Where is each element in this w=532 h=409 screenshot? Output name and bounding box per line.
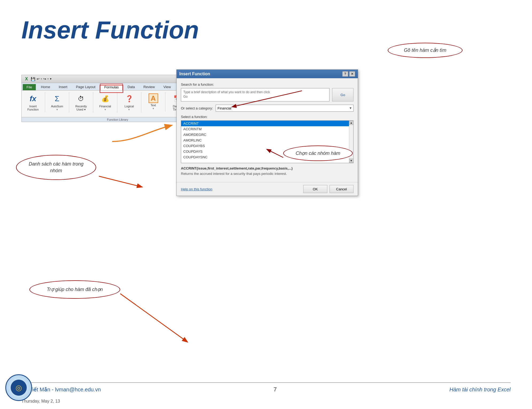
footer-page: 7 bbox=[274, 386, 277, 393]
recently-label: RecentlyUsed ▾ bbox=[75, 105, 87, 111]
insert-fn-label: InsertFunction bbox=[27, 105, 38, 111]
financial-icon: 💰 bbox=[100, 93, 111, 104]
logical-label: Logical▾ bbox=[125, 105, 134, 111]
annotation-text-category: Chọn các nhóm hàm bbox=[296, 151, 340, 156]
dialog-buttons: OK Cancel bbox=[303, 185, 354, 193]
sigma-icon: Σ bbox=[52, 93, 63, 104]
help-titlebar-button[interactable]: ? bbox=[342, 71, 348, 77]
search-row: Type a brief description of what you wan… bbox=[181, 88, 354, 101]
clock-icon: ⏱ bbox=[76, 93, 86, 104]
titlebar-buttons: ? ✕ bbox=[342, 71, 355, 77]
search-description: Type a brief description of what you wan… bbox=[181, 88, 329, 101]
tab-pagelayout[interactable]: Page Layout bbox=[72, 84, 99, 90]
insert-function-dialog: Insert Function ? ✕ Search for a functio… bbox=[176, 69, 358, 196]
ribbon-group-text: A Text▾ bbox=[144, 92, 165, 112]
annotation-bubble-category: Chọn các nhóm hàm bbox=[283, 145, 353, 161]
footer: Lê Viết Mẫn - lvman@hce.edu.vn 7 Hàm tài… bbox=[21, 382, 511, 393]
category-value: Financial bbox=[218, 106, 231, 110]
footer-author[interactable]: Lê Viết Mẫn - lvman@hce.edu.vn bbox=[21, 386, 101, 393]
tab-insert[interactable]: Insert bbox=[55, 84, 72, 90]
annotation-text-help: Trợ giúp cho hàm đã chọn bbox=[47, 287, 103, 292]
category-row: Or select a category: Financial ▼ bbox=[181, 105, 354, 112]
ribbon-group-logical: ❓ Logical▾ bbox=[120, 92, 141, 113]
tab-file[interactable]: File bbox=[23, 84, 36, 90]
separator: ▾ bbox=[41, 77, 42, 81]
dialog-body: Search for a function: Type a brief desc… bbox=[177, 78, 358, 182]
financial-label: Financial▾ bbox=[99, 105, 111, 111]
customize-icon[interactable]: ▾ bbox=[50, 77, 52, 81]
ribbon-group-recently: ⏱ RecentlyUsed ▾ bbox=[72, 92, 93, 113]
autosum-label: AutoSum▾ bbox=[51, 105, 63, 111]
redo-icon[interactable]: ↪ bbox=[43, 77, 46, 81]
scroll-down-button[interactable]: ▼ bbox=[349, 159, 354, 163]
fx-icon: fx bbox=[28, 93, 38, 104]
save-icon[interactable]: 💾 bbox=[30, 76, 36, 82]
ok-button[interactable]: OK bbox=[303, 185, 327, 193]
function-list-scrollbar[interactable]: ▲ ▼ bbox=[349, 121, 353, 163]
scroll-up-button[interactable]: ▲ bbox=[349, 121, 354, 125]
dropdown-arrow-icon: ▼ bbox=[349, 106, 352, 110]
annotation-bubble-list: Danh sách các hàm trong nhóm bbox=[16, 155, 96, 180]
annotation-bubble-search: Gõ tên hàm cần tìm bbox=[388, 43, 463, 58]
function-item-accrint[interactable]: ACCRINT bbox=[181, 121, 353, 126]
financial-button[interactable]: 💰 Financial▾ bbox=[97, 92, 113, 113]
annotation-text-list: Danh sách các hàm trong nhóm bbox=[29, 161, 83, 173]
university-logo: ◎ bbox=[5, 374, 32, 401]
dialog-titlebar: Insert Function ? ✕ bbox=[177, 70, 358, 78]
category-select[interactable]: Financial ▼ bbox=[216, 105, 354, 112]
function-item-amorlinc[interactable]: AMORLINC bbox=[181, 137, 353, 143]
autosum-button[interactable]: Σ AutoSum▾ bbox=[49, 92, 65, 113]
annotation-bubble-help: Trợ giúp cho hàm đã chọn bbox=[29, 280, 120, 299]
ribbon-group-insertfn: fx InsertFunction bbox=[24, 92, 45, 112]
footer-title: Hàm tài chính trong Excel bbox=[449, 387, 511, 393]
page-title: Insert Function bbox=[21, 16, 199, 44]
tab-home[interactable]: Home bbox=[37, 84, 54, 90]
select-function-label: Select a function: bbox=[181, 115, 354, 119]
tab-view[interactable]: View bbox=[159, 84, 175, 90]
ribbon-group-financial: 💰 Financial▾ bbox=[96, 92, 117, 113]
tab-review[interactable]: Review bbox=[139, 84, 159, 90]
function-item-amordegrc[interactable]: AMORDEGRC bbox=[181, 132, 353, 137]
close-titlebar-button[interactable]: ✕ bbox=[349, 71, 355, 77]
excel-logo-icon: X bbox=[24, 76, 29, 82]
category-label: Or select a category: bbox=[181, 106, 213, 110]
tab-data[interactable]: Data bbox=[123, 84, 139, 90]
function-item-accrintm[interactable]: ACCRINTM bbox=[181, 126, 353, 132]
function-description: ACCRINT(issue,first_interest,settlement,… bbox=[181, 166, 354, 176]
text-label: Text▾ bbox=[150, 104, 156, 110]
undo-icon[interactable]: ↩ bbox=[37, 77, 40, 81]
text-icon: A bbox=[149, 93, 158, 103]
tab-formulas[interactable]: Formulas bbox=[100, 84, 123, 90]
insert-function-button[interactable]: fx InsertFunction bbox=[25, 92, 41, 112]
search-label: Search for a function: bbox=[181, 82, 354, 86]
annotation-arrows bbox=[0, 0, 532, 409]
ribbon-group-autosum: Σ AutoSum▾ bbox=[48, 92, 69, 113]
recently-used-button[interactable]: ⏱ RecentlyUsed ▾ bbox=[73, 92, 89, 113]
help-link[interactable]: Help on this function bbox=[181, 187, 212, 191]
logo-inner: ◎ bbox=[11, 380, 27, 396]
footer-date: Thursday, May 2, 13 bbox=[21, 399, 60, 404]
separator2: ▾ bbox=[47, 77, 49, 81]
logical-button[interactable]: ❓ Logical▾ bbox=[122, 92, 137, 113]
cancel-button[interactable]: Cancel bbox=[329, 185, 354, 193]
dialog-title: Insert Function bbox=[179, 72, 210, 76]
logical-icon: ❓ bbox=[124, 93, 135, 104]
go-button[interactable]: Go bbox=[332, 88, 354, 101]
dialog-footer: Help on this function OK Cancel bbox=[177, 182, 358, 196]
titlebar-icons: X 💾 ↩ ▾ ↪ ▾ ▾ bbox=[24, 76, 52, 82]
function-signature: ACCRINT(issue,first_interest,settlement,… bbox=[181, 166, 293, 170]
function-desc-text: Returns the accrued interest for a secur… bbox=[181, 172, 287, 176]
text-button[interactable]: A Text▾ bbox=[146, 92, 161, 112]
